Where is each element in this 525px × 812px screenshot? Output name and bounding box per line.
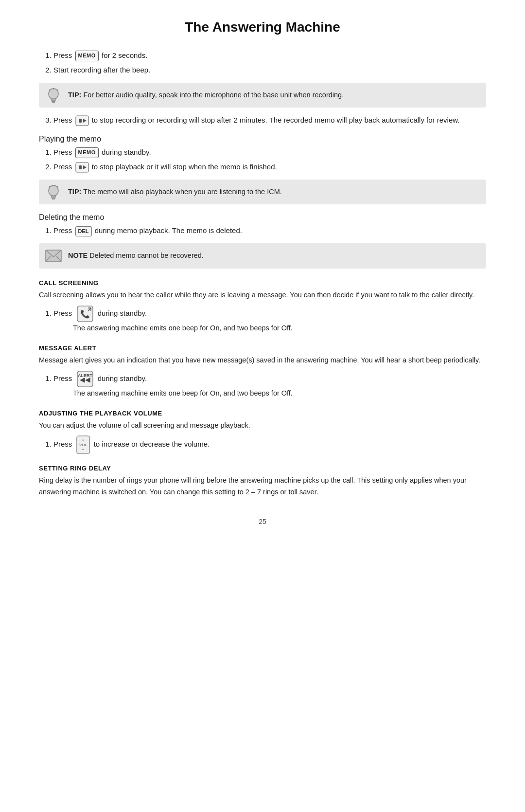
intro-steps-list: Press MEMO for 2 seconds. Start recordin… [53,50,486,76]
playing-memo-step1-text: during standby. [102,148,151,156]
svg-line-5 [49,90,50,90]
message-alert-step1-suffix: during standby. [98,374,147,382]
svg-text:+: + [82,438,84,443]
alert-key-icon: ◀◀ ALERT [76,370,94,388]
adjusting-volume-heading: ADJUSTING THE PLAYBACK VOLUME [39,410,486,417]
intro-step-2: Start recording after the beep. [53,64,486,76]
message-alert-step1-note: The answering machine emits one beep for… [73,388,486,399]
svg-rect-8 [79,119,82,123]
intro-step-3-text: to stop recording or recording will stop… [92,116,460,124]
message-alert-heading: MESSAGE ALERT [39,344,486,352]
press-label-3: Press [53,116,74,124]
adjusting-volume-steps: Press + VOL − to increase or decrease th… [53,435,486,454]
stop-button-icon [75,115,89,126]
del-key-icon: DEL [75,226,92,237]
intro-step-3: Press to stop recording or recording wil… [53,114,486,126]
svg-rect-11 [79,165,82,169]
svg-rect-3 [52,101,55,102]
adjusting-volume-body: You can adjust the volume of call screen… [39,420,486,432]
message-alert-steps: Press ◀◀ ALERT during standby. The answe… [53,370,486,399]
lightbulb-icon [44,86,63,105]
tip1-label: TIP: For better audio quality, speak int… [68,91,344,99]
svg-rect-16 [52,198,55,199]
press-label-pm2: Press [53,162,74,171]
svg-rect-7 [76,116,88,126]
call-screening-steps: Press 📞 during standby. The answering ma… [53,305,486,334]
deleting-memo-step1-text: during memo playback. The memo is delete… [95,226,242,235]
message-alert-body: Message alert gives you an indication th… [39,355,486,366]
press-label-pm1: Press [53,148,74,156]
call-screening-step1-suffix: during standby. [98,309,147,317]
setting-ring-delay-heading: SETTING RING DELAY [39,465,486,472]
deleting-memo-step-1: Press DEL during memo playback. The memo… [53,225,486,236]
call-screening-step-1: Press 📞 during standby. The answering ma… [53,305,486,334]
call-screening-body: Call screening allows you to hear the ca… [39,289,486,301]
adjusting-volume-step1-suffix: to increase or decrease the volume. [94,440,210,448]
svg-line-18 [49,186,50,187]
svg-text:VOL: VOL [79,443,88,447]
page-number: 25 [39,518,486,525]
intro-step3-list: Press to stop recording or recording wil… [53,114,486,126]
call-screen-icon: 📞 [76,305,94,323]
svg-line-19 [57,186,58,187]
call-screening-heading: CALL SCREENING [39,279,486,287]
volume-key-icon: + VOL − [76,435,90,454]
note1-content: NOTE Deleted memo cannot be recovered. [68,252,204,259]
press-label: Press [53,51,74,59]
page-title: The Answering Machine [39,19,486,35]
deleting-memo-steps: Press DEL during memo playback. The memo… [53,225,486,236]
press-label-del: Press [53,226,74,235]
playing-memo-step2-text: to stop playback or it will stop when th… [92,162,277,171]
playing-memo-steps: Press MEMO during standby. Press to stop… [53,146,486,173]
svg-line-6 [57,90,58,90]
adjusting-volume-step-1: Press + VOL − to increase or decrease th… [53,435,486,454]
press-label-cs: Press [53,309,72,317]
tip-box-2: TIP: The memo will also playback when yo… [39,180,486,204]
intro-step-1: Press MEMO for 2 seconds. [53,50,486,61]
press-label-ma: Press [53,374,72,382]
svg-text:ALERT: ALERT [78,373,92,378]
press-label-av: Press [53,440,72,448]
playing-memo-heading: Playing the memo [39,135,486,144]
memo-key-icon: MEMO [75,51,99,61]
message-alert-step-1: Press ◀◀ ALERT during standby. The answe… [53,370,486,399]
tip2-content: TIP: The memo will also playback when yo… [68,188,282,196]
intro-step-1-text: for 2 seconds. [102,51,147,59]
deleting-memo-heading: Deleting the memo [39,213,486,222]
call-screening-step1-note: The answering machine emits one beep for… [73,323,486,334]
note-icon [44,246,63,266]
lightbulb-icon-2 [44,182,63,202]
svg-rect-10 [76,162,88,172]
memo-key-icon-2: MEMO [75,147,99,158]
tip-box-1: TIP: For better audio quality, speak int… [39,83,486,108]
svg-text:−: − [82,447,84,452]
playing-memo-step-2: Press to stop playback or it will stop w… [53,161,486,173]
playing-memo-step-1: Press MEMO during standby. [53,146,486,158]
setting-ring-delay-body: Ring delay is the number of rings your p… [39,475,486,498]
stop-button-icon-2 [75,162,89,173]
note-box-1: NOTE Deleted memo cannot be recovered. [39,243,486,268]
